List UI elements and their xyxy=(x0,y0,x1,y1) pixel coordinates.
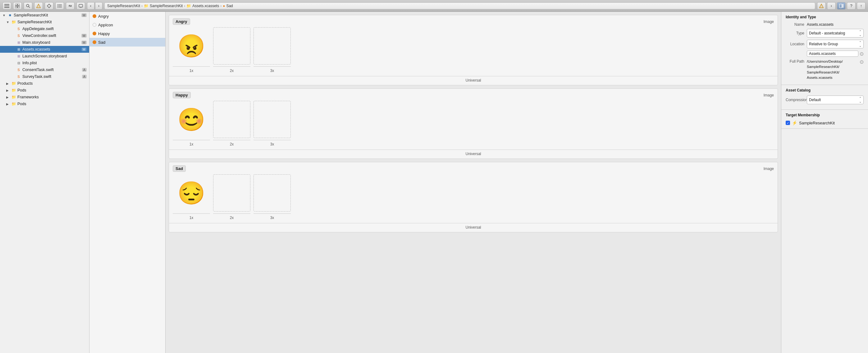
file-label-angry: Angry xyxy=(98,14,109,19)
badge-assets: M xyxy=(82,47,87,51)
svg-rect-15 xyxy=(58,4,58,5)
sidebar-item-infoplist[interactable]: ▶ ⊟ Info.plist xyxy=(0,60,89,66)
target-membership-title: Target Membership xyxy=(786,113,864,117)
breadcrumb-project[interactable]: SampleResearchKit xyxy=(107,4,140,8)
file-list-sad[interactable]: Sad xyxy=(90,38,165,46)
sad-slot-3x[interactable] xyxy=(253,174,291,212)
file-list-appicon[interactable]: AppIcon xyxy=(90,21,165,29)
svg-rect-3 xyxy=(15,4,17,6)
filename-edit-icon[interactable]: ⊙ xyxy=(860,51,864,57)
file-list: Angry AppIcon Happy Sad xyxy=(90,12,165,353)
sidebar-item-root[interactable]: ▼ ■ SampleResearchKit M xyxy=(0,12,89,19)
location-dropdown[interactable]: Relative to Group ⌃⌄ xyxy=(807,40,864,48)
svg-rect-19 xyxy=(79,4,83,7)
happy-label-2x: 2x xyxy=(230,142,234,146)
type-row: Type Default - assetcatalog ⌃⌄ xyxy=(786,29,864,38)
warning-button[interactable]: ! xyxy=(34,2,43,10)
type-dropdown[interactable]: Default - assetcatalog ⌃⌄ xyxy=(807,29,864,38)
sidebar-item-pods2[interactable]: ▶ 📁 Pods xyxy=(0,101,89,107)
sad-slot-1x[interactable]: 😔 xyxy=(173,174,210,212)
swift-icon-consent: S xyxy=(16,67,21,72)
main-area: ▼ ■ SampleResearchKit M ▼ 📁 SampleResear… xyxy=(0,12,868,353)
forward-button[interactable]: › xyxy=(95,2,102,10)
breadcrumb[interactable]: SampleResearchKit › 📁 SampleResearchKit … xyxy=(104,2,815,9)
sidebar-item-launchscreen[interactable]: ▶ ⊞ LaunchScreen.storyboard xyxy=(0,53,89,60)
filename-box: Assets.xcassets ⊙ xyxy=(807,50,864,57)
happy-slot-1x[interactable]: 😊 xyxy=(173,101,210,138)
diamond-button[interactable] xyxy=(45,2,54,10)
sidebar-item-folder[interactable]: ▼ 📁 SampleResearchKit xyxy=(0,19,89,26)
angry-slot-2x[interactable] xyxy=(213,27,250,65)
forward-nav-button[interactable]: › xyxy=(827,2,836,10)
sidebar-label-infoplist: Info.plist xyxy=(22,61,37,65)
svg-rect-1 xyxy=(4,6,9,6)
bubble-button[interactable] xyxy=(76,2,85,10)
sidebar-item-assets[interactable]: ▶ ⊞ Assets.xcassets M xyxy=(0,46,89,53)
warning-nav-button[interactable]: ! xyxy=(817,2,826,10)
sidebar-toggle-button[interactable] xyxy=(2,2,11,10)
angry-universal: Universal xyxy=(169,76,778,85)
slot-divider-s3 xyxy=(253,213,291,214)
file-list-happy[interactable]: Happy xyxy=(90,29,165,38)
svg-marker-11 xyxy=(47,4,51,8)
swift-icon-survey: S xyxy=(16,74,21,79)
search-button[interactable] xyxy=(24,2,32,10)
swift-icon: S xyxy=(16,26,21,31)
help-button[interactable]: ? xyxy=(847,2,856,10)
sidebar-item-appdelegate[interactable]: ▶ S AppDelegate.swift xyxy=(0,26,89,32)
slot-divider-s xyxy=(173,213,210,214)
sidebar-label-assets: Assets.xcassets xyxy=(22,47,50,51)
breadcrumb-folder-label-1[interactable]: SampleResearchKit xyxy=(150,4,183,8)
inspector-button[interactable] xyxy=(837,2,846,10)
dot-appicon xyxy=(93,23,96,27)
happy-slot-3x[interactable] xyxy=(253,101,291,138)
file-list-angry[interactable]: Angry xyxy=(90,12,165,21)
back-button[interactable]: ‹ xyxy=(87,2,94,10)
angry-title: Angry xyxy=(173,18,190,25)
share-button[interactable]: ↑ xyxy=(857,2,866,10)
happy-slot-2x[interactable] xyxy=(213,101,250,138)
compression-value: Default xyxy=(809,98,821,102)
sidebar-label-surveytask: SurveyTask.swift xyxy=(22,74,51,79)
slot-divider-s2 xyxy=(213,213,250,214)
link-button[interactable] xyxy=(66,2,74,10)
angry-slot-3x[interactable] xyxy=(253,27,291,65)
type-dropdown-arrow: ⌃⌄ xyxy=(859,30,862,37)
sidebar-item-mainstoryboard[interactable]: ▶ ⊞ Main.storyboard M xyxy=(0,39,89,46)
sad-label-2x: 2x xyxy=(230,216,234,220)
svg-marker-20 xyxy=(80,7,82,8)
badge-main: M xyxy=(82,41,87,44)
breadcrumb-sep-1: › xyxy=(141,4,143,8)
breadcrumb-current[interactable]: Sad xyxy=(226,4,233,8)
sidebar-item-products[interactable]: ▶ 📁 Products xyxy=(0,80,89,87)
angry-slot-1x[interactable]: 😠 xyxy=(173,27,210,65)
badge-vc: M xyxy=(82,34,87,38)
sidebar-item-surveytask[interactable]: ▶ S SurveyTask.swift A xyxy=(0,73,89,80)
breadcrumb-folder-label-2[interactable]: Assets.xcassets xyxy=(192,4,219,8)
sidebar-label-folder: SampleResearchKit xyxy=(18,20,52,24)
breadcrumb-sep-2: › xyxy=(184,4,185,8)
fullpath-label: Full Path xyxy=(786,59,804,64)
sidebar-item-viewcontroller[interactable]: ▶ S ViewController.swift M xyxy=(0,32,89,39)
happy-universal: Universal xyxy=(169,149,778,158)
asset-catalog-title: Asset Catalog xyxy=(786,88,864,93)
dot-angry xyxy=(93,14,96,18)
list-button[interactable] xyxy=(55,2,64,10)
sidebar-item-pods[interactable]: ▶ 📁 Pods xyxy=(0,87,89,94)
compression-dropdown[interactable]: Default ⌃⌄ xyxy=(807,96,864,104)
badge-survey: A xyxy=(82,75,87,78)
sad-slot-2x[interactable] xyxy=(213,174,250,212)
disclosure-root: ▼ xyxy=(2,14,6,17)
name-label: Name xyxy=(786,22,804,27)
location-row: Location Relative to Group ⌃⌄ xyxy=(786,40,864,48)
fullpath-edit-icon[interactable]: ⊙ xyxy=(860,59,864,65)
project-icon: ■ xyxy=(7,13,12,18)
content-area: Angry Image 😠 1x xyxy=(165,12,781,353)
target-checkbox[interactable]: ✓ xyxy=(786,121,790,125)
slot-divider-3 xyxy=(253,66,291,67)
sidebar-item-frameworks[interactable]: ▶ 📁 Frameworks xyxy=(0,94,89,101)
breadcrumb-folder-1[interactable]: 📁 xyxy=(144,4,149,8)
grid-view-button[interactable] xyxy=(13,2,22,10)
sidebar-item-consenttask[interactable]: ▶ S ConsentTask.swift A xyxy=(0,66,89,73)
svg-rect-6 xyxy=(18,6,20,8)
